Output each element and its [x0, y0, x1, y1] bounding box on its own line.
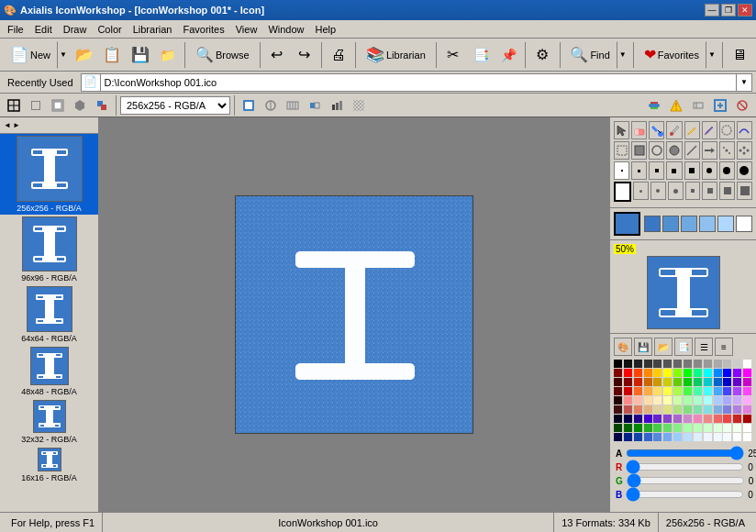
tb3-btn-2[interactable]: [26, 95, 46, 116]
color-cell[interactable]: [733, 396, 741, 405]
menu-color[interactable]: Color: [92, 20, 127, 38]
brush-sq-d[interactable]: [737, 182, 752, 200]
color-cell[interactable]: [733, 378, 741, 386]
redo-button[interactable]: ↪: [292, 41, 317, 69]
menu-draw[interactable]: Draw: [58, 20, 93, 38]
foreground-color[interactable]: [614, 212, 640, 236]
cut-button[interactable]: ✂: [440, 41, 466, 69]
color-cell[interactable]: [634, 424, 642, 432]
tool-fill[interactable]: [649, 121, 664, 139]
color-white-box[interactable]: [614, 182, 631, 202]
color-cell[interactable]: [644, 405, 652, 414]
tool-line2[interactable]: [702, 141, 717, 160]
find-dropdown-arrow[interactable]: ▼: [617, 41, 629, 69]
color-cell[interactable]: [673, 378, 682, 386]
palette-copy[interactable]: 📑: [674, 338, 693, 356]
color-cell[interactable]: [644, 415, 652, 423]
color-cell[interactable]: [714, 424, 722, 432]
swatch-blue2[interactable]: [662, 216, 679, 232]
brush-size-4[interactable]: [666, 161, 682, 180]
color-cell[interactable]: [673, 405, 682, 414]
tb3-btn-3[interactable]: [48, 95, 68, 116]
icon-item-16[interactable]: 16x16 - RGB/A: [0, 446, 98, 484]
color-cell[interactable]: [653, 387, 662, 395]
tb3-btn-5[interactable]: [92, 95, 112, 116]
color-cell[interactable]: [714, 360, 722, 368]
color-cell[interactable]: [673, 433, 682, 441]
brush-dot-a[interactable]: [633, 182, 649, 200]
color-cell[interactable]: [614, 405, 622, 414]
file-path-dropdown[interactable]: ▼: [737, 78, 751, 86]
color-cell[interactable]: [733, 360, 741, 368]
brush-sq-b[interactable]: [702, 182, 717, 200]
menu-window[interactable]: Window: [262, 20, 309, 38]
save-as-button[interactable]: 📁: [155, 41, 181, 69]
color-cell[interactable]: [634, 369, 642, 377]
color-cell[interactable]: [624, 405, 632, 414]
color-cell[interactable]: [714, 415, 722, 423]
minimize-button[interactable]: —: [705, 4, 719, 17]
tb3-color-4[interactable]: [305, 95, 325, 116]
color-cell[interactable]: [684, 405, 692, 414]
color-cell[interactable]: [694, 405, 702, 414]
swatch-blue5[interactable]: [717, 216, 734, 232]
color-cell[interactable]: [704, 396, 712, 405]
brush-size-2[interactable]: [631, 161, 647, 180]
brush-sq-a[interactable]: [685, 182, 701, 200]
tb3-color-1[interactable]: [239, 95, 259, 116]
print-button[interactable]: 🖨: [326, 41, 351, 69]
color-cell[interactable]: [634, 360, 642, 368]
new-button[interactable]: 📄 New: [4, 41, 57, 69]
color-cell[interactable]: [653, 415, 662, 423]
icon-item-64[interactable]: 64x64 - RGB/A: [0, 284, 98, 345]
tb3-color-3[interactable]: [283, 95, 303, 116]
color-cell[interactable]: [684, 415, 692, 423]
color-cell[interactable]: [743, 369, 751, 377]
tool-select[interactable]: [614, 121, 629, 139]
color-cell[interactable]: [723, 405, 731, 414]
color-cell[interactable]: [733, 369, 741, 377]
paste-button[interactable]: 📌: [495, 41, 521, 69]
color-cell[interactable]: [673, 360, 682, 368]
color-cell[interactable]: [634, 405, 642, 414]
color-cell[interactable]: [614, 387, 622, 395]
color-cell[interactable]: [723, 387, 731, 395]
color-cell[interactable]: [723, 396, 731, 405]
color-cell[interactable]: [704, 387, 712, 395]
color-cell[interactable]: [663, 433, 672, 441]
color-cell[interactable]: [733, 387, 741, 395]
color-cell[interactable]: [663, 360, 672, 368]
color-cell[interactable]: [644, 433, 652, 441]
color-cell[interactable]: [743, 415, 751, 423]
color-cell[interactable]: [644, 378, 652, 386]
tb3-extra-5[interactable]: [732, 95, 752, 116]
color-cell[interactable]: [694, 433, 702, 441]
tool-rect-fill[interactable]: [631, 141, 647, 160]
color-cell[interactable]: [614, 369, 622, 377]
color-cell[interactable]: [743, 424, 751, 432]
tool-line[interactable]: [684, 141, 700, 160]
menu-view[interactable]: View: [230, 20, 263, 38]
color-cell[interactable]: [673, 369, 682, 377]
color-cell[interactable]: [714, 433, 722, 441]
pixel-canvas[interactable]: [236, 196, 473, 434]
tb3-extra-3[interactable]: [688, 95, 708, 116]
tool-extra[interactable]: [737, 121, 752, 139]
tool-rect-select[interactable]: [614, 141, 629, 160]
color-cell[interactable]: [714, 396, 722, 405]
brush-size-1[interactable]: [614, 161, 629, 180]
maximize-button[interactable]: ❐: [721, 4, 736, 17]
color-cell[interactable]: [644, 369, 652, 377]
color-cell[interactable]: [673, 415, 682, 423]
color-cell[interactable]: [743, 378, 751, 386]
color-cell[interactable]: [663, 405, 672, 414]
color-cell[interactable]: [653, 396, 662, 405]
brush-size-3[interactable]: [649, 161, 664, 180]
color-cell[interactable]: [624, 396, 632, 405]
color-cell[interactable]: [723, 424, 731, 432]
color-cell[interactable]: [624, 369, 632, 377]
color-cell[interactable]: [684, 369, 692, 377]
tb3-color-6[interactable]: [349, 95, 369, 116]
color-cell[interactable]: [653, 405, 662, 414]
tool-dots2[interactable]: [737, 141, 752, 160]
